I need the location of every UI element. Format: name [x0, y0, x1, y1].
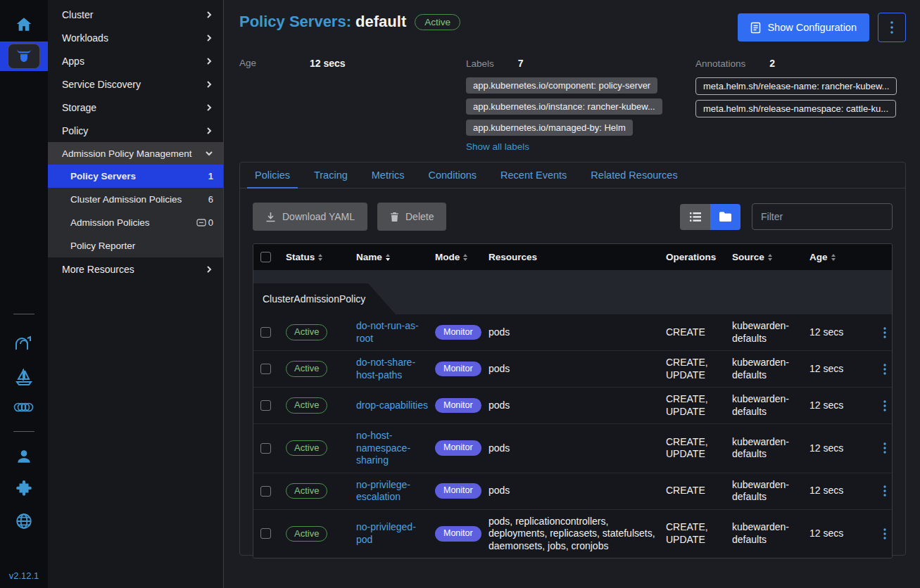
user-icon[interactable] — [15, 447, 33, 466]
row-checkbox[interactable] — [260, 400, 271, 411]
show-all-labels-link[interactable]: Show all labels — [466, 141, 529, 152]
table-row: Active drop-capabilities Monitor pods CR… — [253, 387, 892, 423]
column-header-resources[interactable]: Resources — [489, 252, 666, 262]
tab-recent-events[interactable]: Recent Events — [489, 162, 579, 188]
operations-cell: CREATE, UPDATE — [666, 521, 732, 546]
status-badge: Active — [286, 324, 327, 340]
folder-view-icon — [719, 212, 731, 222]
sidebar-item-service-discovery[interactable]: Service Discovery — [48, 72, 223, 96]
policy-name-link[interactable]: drop-capabilities — [356, 400, 435, 412]
age-cell: 12 secs — [809, 326, 877, 339]
operations-cell: CREATE, UPDATE — [666, 393, 732, 418]
mode-badge: Monitor — [435, 362, 481, 377]
annotations-block: Annotations 2 meta.helm.sh/release-name:… — [695, 58, 906, 156]
table-row: Active do-not-run-as-root Monitor pods C… — [253, 314, 892, 350]
policy-name-link[interactable]: do-not-share-host-paths — [356, 357, 435, 381]
policy-name-link[interactable]: no-host-namespace-sharing — [356, 430, 435, 467]
filter-input[interactable] — [752, 203, 893, 230]
download-yaml-button[interactable]: Download YAML — [253, 203, 367, 231]
coil-cluster-icon[interactable] — [13, 400, 34, 414]
row-checkbox[interactable] — [260, 486, 271, 497]
rail-cluster-list — [0, 309, 48, 537]
label-chip: app.kubernetes.io/component: policy-serv… — [466, 77, 657, 94]
arches-cluster-icon[interactable] — [14, 334, 34, 352]
row-checkbox[interactable] — [260, 327, 271, 338]
operations-cell: CREATE, UPDATE — [666, 357, 732, 381]
row-actions-menu-button[interactable] — [877, 528, 892, 539]
source-cell: kubewarden-defaults — [732, 393, 809, 418]
sidebar-item-policy-servers[interactable]: Policy Servers 1 — [48, 165, 223, 188]
tab-related-resources[interactable]: Related Resources — [579, 162, 689, 188]
sort-icon — [463, 254, 467, 261]
show-configuration-button[interactable]: Show Configuration — [738, 13, 869, 41]
download-icon — [265, 212, 276, 222]
puzzle-extensions-icon[interactable] — [15, 480, 33, 498]
column-header-source[interactable]: Source — [732, 252, 809, 262]
tab-policies[interactable]: Policies — [243, 162, 302, 188]
sidebar-group-admission-policy-management[interactable]: Admission Policy Management — [48, 142, 223, 165]
label-chip: app.kubernetes.io/managed-by: Helm — [466, 120, 633, 136]
chevron-down-icon — [205, 149, 213, 158]
rail-selected-cluster[interactable] — [0, 41, 48, 71]
mode-badge: Monitor — [435, 325, 481, 340]
sidebar-item-cluster[interactable]: Cluster — [48, 3, 223, 26]
policies-table: Status Name Mode Resources Operations — [253, 243, 893, 558]
sidebar-item-policy[interactable]: Policy — [48, 119, 223, 142]
select-all-checkbox[interactable] — [260, 252, 271, 262]
resources-cell: pods — [489, 442, 666, 455]
sidebar-item-storage[interactable]: Storage — [48, 96, 223, 119]
row-checkbox[interactable] — [260, 528, 271, 539]
sidebar-item-cluster-admission-policies[interactable]: Cluster Admission Policies 6 — [48, 188, 223, 211]
sailboat-cluster-icon[interactable] — [14, 366, 34, 386]
policy-name-link[interactable]: do-not-run-as-root — [356, 320, 435, 345]
column-header-name[interactable]: Name — [356, 252, 435, 262]
status-badge: Active — [286, 397, 327, 413]
column-header-age[interactable]: Age — [809, 252, 877, 262]
group-view-button[interactable] — [710, 204, 741, 230]
policy-name-link[interactable]: no-privilege-escalation — [356, 479, 435, 504]
tab-conditions[interactable]: Conditions — [417, 162, 489, 188]
sidebar-item-apps[interactable]: Apps — [48, 49, 223, 72]
cluster-tile — [8, 44, 40, 69]
row-actions-menu-button[interactable] — [877, 485, 892, 497]
mode-badge: Monitor — [435, 483, 481, 499]
column-header-operations[interactable]: Operations — [666, 252, 732, 262]
resources-cell: pods — [489, 400, 666, 412]
row-checkbox[interactable] — [260, 443, 271, 454]
row-checkbox[interactable] — [260, 364, 271, 374]
globe-icon[interactable] — [15, 512, 33, 530]
sidebar-item-workloads[interactable]: Workloads — [48, 26, 223, 49]
column-header-mode[interactable]: Mode — [435, 252, 489, 262]
row-actions-menu-button[interactable] — [877, 327, 892, 338]
labels-block: Labels 7 app.kubernetes.io/component: po… — [466, 58, 695, 156]
chevron-right-icon — [205, 80, 213, 89]
list-view-button[interactable] — [680, 204, 710, 230]
sidebar-item-policy-reporter[interactable]: Policy Reporter — [48, 234, 223, 257]
delete-button[interactable]: Delete — [377, 203, 446, 231]
sidebar-item-admission-policies[interactable]: Admission Policies 0 — [48, 211, 223, 234]
page-title-type-link[interactable]: Policy Servers: — [239, 13, 351, 30]
source-cell: kubewarden-defaults — [732, 357, 809, 381]
resources-cell: pods — [489, 363, 666, 376]
age-label: Age — [239, 58, 310, 156]
header-actions-menu-button[interactable] — [878, 13, 906, 42]
sort-icon — [831, 254, 836, 261]
home-icon[interactable] — [15, 13, 33, 37]
row-actions-menu-button[interactable] — [877, 400, 892, 411]
row-actions-menu-button[interactable] — [877, 364, 892, 375]
age-cell: 12 secs — [809, 442, 877, 455]
table-toolbar: Download YAML Delete — [240, 188, 905, 243]
tab-tracing[interactable]: Tracing — [302, 162, 360, 188]
status-badge: Active — [286, 361, 327, 376]
mode-badge: Monitor — [435, 526, 481, 542]
app-rail: v2.12.1 — [0, 0, 48, 588]
sort-icon — [386, 254, 390, 261]
main-content: Policy Servers: default Active Show Conf… — [224, 0, 920, 588]
policy-name-link[interactable]: no-privileged-pod — [356, 521, 435, 546]
tab-metrics[interactable]: Metrics — [360, 162, 417, 188]
resources-cell: pods, replicationcontrollers, deployment… — [489, 516, 666, 553]
chevron-right-icon — [205, 103, 213, 112]
sidebar-item-more-resources[interactable]: More Resources — [48, 257, 223, 281]
column-header-status[interactable]: Status — [286, 252, 356, 262]
row-actions-menu-button[interactable] — [877, 442, 892, 454]
